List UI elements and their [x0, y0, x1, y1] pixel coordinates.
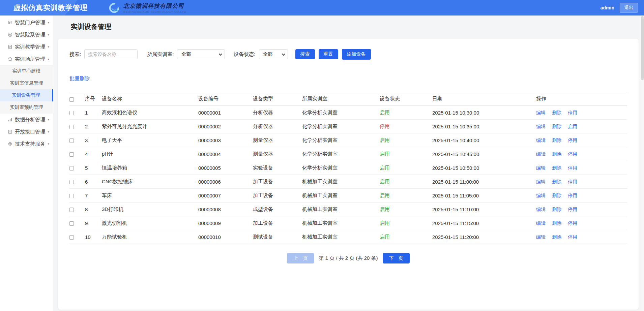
column-header-code: 设备编号	[198, 92, 253, 106]
status-label: 设备状态:	[234, 51, 255, 58]
place-submenu: 实训中心建模 实训室信息管理 实训设备管理 实训室预约管理	[0, 65, 53, 114]
sidebar-item-tech-support[interactable]: 技术支持服务 ▾	[0, 138, 53, 150]
delete-link[interactable]: 删除	[552, 110, 561, 115]
row-checkbox[interactable]	[69, 208, 74, 212]
search-button[interactable]: 搜索	[295, 49, 315, 59]
chevron-down-icon: ▾	[48, 118, 49, 121]
delete-link[interactable]: 删除	[552, 220, 561, 226]
toggle-status-link[interactable]: 停用	[568, 193, 577, 198]
toggle-status-link[interactable]: 停用	[568, 179, 577, 184]
chevron-up-icon: ▴	[48, 57, 49, 61]
toggle-status-link[interactable]: 停用	[568, 165, 577, 170]
delete-link[interactable]: 删除	[552, 193, 561, 198]
toggle-status-link[interactable]: 停用	[568, 207, 577, 212]
cell-equipment-name: 恒温培养箱	[102, 161, 198, 175]
toggle-status-link[interactable]: 停用	[568, 110, 577, 115]
cell-date: 2025-01-15 10:50:00	[432, 161, 536, 175]
row-checkbox[interactable]	[69, 138, 74, 143]
cell-date: 2025-01-15 11:05:00	[432, 189, 536, 203]
vertical-scrollbar[interactable]	[640, 15, 644, 311]
toggle-status-link[interactable]: 停用	[568, 234, 577, 240]
batch-delete-link[interactable]: 批量删除	[69, 75, 90, 81]
cell-equipment-code: 00000009	[198, 216, 253, 230]
row-checkbox[interactable]	[69, 180, 74, 184]
cell-no: 6	[85, 175, 102, 189]
room-select[interactable]: 全部	[177, 49, 225, 59]
delete-link[interactable]: 删除	[552, 179, 561, 184]
department-icon	[8, 32, 12, 37]
delete-link[interactable]: 删除	[552, 234, 561, 240]
sidebar-item-department[interactable]: 智慧院系管理 ▾	[0, 29, 53, 41]
toggle-status-link[interactable]: 启用	[568, 124, 577, 129]
toggle-status-link[interactable]: 停用	[568, 137, 577, 143]
edit-link[interactable]: 编辑	[536, 220, 546, 226]
delete-link[interactable]: 删除	[552, 137, 561, 143]
top-header: 虚拟仿真实训教学管理 北京微训科技有限公司 BEIJINGWEIXUN TECH…	[0, 0, 644, 15]
next-page-button[interactable]: 下一页	[383, 253, 410, 263]
delete-link[interactable]: 删除	[552, 165, 561, 170]
prev-page-button[interactable]: 上一页	[287, 253, 314, 263]
row-checkbox[interactable]	[69, 194, 74, 198]
edit-link[interactable]: 编辑	[536, 234, 546, 240]
edit-link[interactable]: 编辑	[536, 193, 546, 198]
cell-date: 2025-01-15 10:35:00	[432, 120, 536, 133]
cell-date: 2025-01-15 11:20:00	[432, 230, 536, 244]
bar-chart-icon	[8, 117, 12, 122]
search-input[interactable]	[84, 49, 138, 59]
add-equipment-button[interactable]: 添加设备	[342, 49, 371, 60]
reset-button[interactable]: 重置	[319, 49, 338, 59]
status-badge: 启用	[380, 220, 390, 226]
table-row: 1 高效液相色谱仪 00000001 分析仪器 化学分析实训室 启用 2025-…	[69, 106, 627, 120]
row-checkbox[interactable]	[69, 235, 74, 240]
chevron-down-icon: ▾	[48, 33, 49, 36]
cell-room: 化学分析实训室	[302, 120, 380, 133]
sidebar-item-teaching[interactable]: 实训教学管理 ▾	[0, 41, 53, 53]
edit-link[interactable]: 编辑	[536, 207, 546, 212]
edit-link[interactable]: 编辑	[536, 179, 546, 184]
sidebar-subitem-equipment[interactable]: 实训设备管理	[0, 89, 53, 101]
scrollbar-thumb[interactable]	[641, 16, 644, 80]
cell-equipment-code: 00000007	[198, 189, 253, 203]
cell-room: 机械加工实训室	[302, 216, 380, 230]
delete-link[interactable]: 删除	[552, 207, 561, 212]
cell-equipment-code: 00000003	[198, 133, 253, 147]
select-all-checkbox[interactable]	[69, 97, 74, 102]
row-checkbox[interactable]	[69, 111, 74, 115]
status-select[interactable]: 全部	[259, 49, 288, 59]
cell-room: 化学分析实训室	[302, 106, 380, 120]
cell-no: 7	[85, 189, 102, 203]
sidebar-item-portal[interactable]: 智慧门户管理 ▾	[0, 17, 53, 29]
sidebar-subitem-room-info[interactable]: 实训室信息管理	[0, 77, 53, 89]
row-checkbox[interactable]	[69, 152, 74, 157]
row-checkbox[interactable]	[69, 221, 74, 226]
edit-link[interactable]: 编辑	[536, 165, 546, 170]
toggle-status-link[interactable]: 停用	[568, 151, 577, 157]
row-checkbox[interactable]	[69, 125, 74, 129]
sidebar-subitem-center-modeling[interactable]: 实训中心建模	[0, 65, 53, 77]
row-checkbox[interactable]	[69, 166, 74, 170]
edit-link[interactable]: 编辑	[536, 110, 546, 115]
edit-link[interactable]: 编辑	[536, 124, 546, 129]
cell-room: 化学分析实训室	[302, 161, 380, 175]
sidebar-item-open-api[interactable]: 开放接口管理 ▾	[0, 126, 53, 138]
cell-equipment-type: 测量仪器	[253, 147, 302, 161]
delete-link[interactable]: 删除	[552, 151, 561, 157]
column-header-date: 日期	[432, 92, 536, 106]
gear-icon	[8, 142, 12, 146]
sidebar-subitem-reservation[interactable]: 实训室预约管理	[0, 101, 53, 114]
column-header-no: 序号	[85, 92, 102, 106]
sidebar-item-data-analysis[interactable]: 数据分析管理 ▾	[0, 114, 53, 126]
delete-link[interactable]: 删除	[552, 124, 561, 129]
sidebar: 智慧门户管理 ▾ 智慧院系管理 ▾ 实训教学管理 ▾ 实训场所管理 ▴ 实训中心…	[0, 15, 53, 311]
logout-button[interactable]: 退出	[620, 3, 638, 13]
sidebar-item-place[interactable]: 实训场所管理 ▴	[0, 53, 53, 65]
app-title: 虚拟仿真实训教学管理	[13, 3, 88, 12]
edit-link[interactable]: 编辑	[536, 137, 546, 143]
chevron-down-icon: ▾	[48, 130, 49, 133]
status-badge: 停用	[380, 123, 390, 129]
company-name: 北京微训科技有限公司	[123, 2, 186, 10]
chevron-down-icon: ▾	[48, 142, 49, 146]
edit-link[interactable]: 编辑	[536, 151, 546, 157]
toggle-status-link[interactable]: 停用	[568, 220, 577, 226]
teaching-icon	[8, 44, 12, 49]
